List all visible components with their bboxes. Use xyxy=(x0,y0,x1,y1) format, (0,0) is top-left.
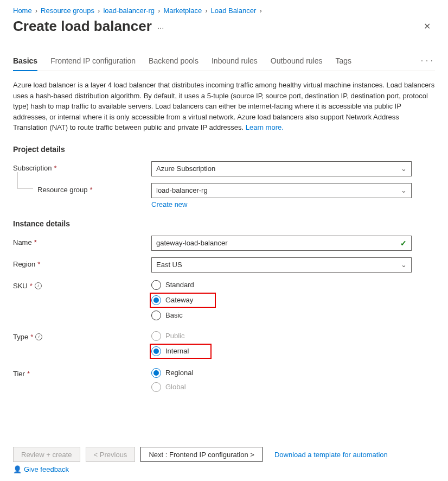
tier-label: Tier xyxy=(13,370,25,378)
person-feedback-icon: 👤 xyxy=(13,465,22,473)
description-text: Azure load balancer is a layer 4 load ba… xyxy=(13,80,435,133)
sku-label: SKU xyxy=(13,282,28,290)
tab-inbound-rules[interactable]: Inbound rules xyxy=(212,51,258,71)
tab-tags[interactable]: Tags xyxy=(336,51,352,71)
radio-icon xyxy=(151,311,161,320)
tabs-more-icon[interactable]: · · · xyxy=(419,56,435,66)
radio-icon xyxy=(151,331,161,341)
chevron-right-icon: › xyxy=(259,7,261,15)
radio-icon xyxy=(151,368,161,378)
feedback-label: Give feedback xyxy=(24,465,69,473)
breadcrumb-item-load-balancer[interactable]: Load Balancer xyxy=(211,7,257,15)
breadcrumb-item-load-balancer-rg[interactable]: load-balancer-rg xyxy=(103,7,155,15)
footer: Review + create < Previous Next : Fronte… xyxy=(13,439,435,481)
more-icon[interactable]: … xyxy=(157,22,164,30)
tier-row: Tier * Regional Global xyxy=(13,367,435,392)
close-button[interactable]: ✕ xyxy=(419,19,435,34)
required-icon: * xyxy=(30,282,33,290)
region-select[interactable]: East US ⌄ xyxy=(151,257,412,273)
name-value: gateway-load-balancer xyxy=(156,239,228,247)
project-details-heading: Project details xyxy=(13,145,435,154)
tier-option-global: Global xyxy=(151,382,435,392)
radio-icon xyxy=(151,346,161,356)
resource-group-row: Resource group * load-balancer-rg ⌄ Crea… xyxy=(13,183,435,208)
region-value: East US xyxy=(156,261,182,269)
chevron-right-icon: › xyxy=(35,7,37,15)
breadcrumb: Home › Resource groups › load-balancer-r… xyxy=(13,7,435,15)
chevron-right-icon: › xyxy=(158,7,160,15)
required-icon: * xyxy=(34,238,37,246)
name-row: Name * gateway-load-balancer ✓ xyxy=(13,236,435,251)
type-option-internal[interactable]: Internal xyxy=(151,346,189,356)
breadcrumb-item-home[interactable]: Home xyxy=(13,7,32,15)
radio-icon xyxy=(151,382,161,392)
radio-icon xyxy=(151,280,161,290)
required-icon: * xyxy=(37,260,40,268)
resource-group-value: load-balancer-rg xyxy=(156,186,208,194)
chevron-right-icon: › xyxy=(205,7,207,15)
chevron-down-icon: ⌄ xyxy=(401,164,407,173)
required-icon: * xyxy=(30,333,33,341)
sku-row: SKU * i Standard Gateway Basic xyxy=(13,279,435,320)
name-input[interactable]: gateway-load-balancer ✓ xyxy=(151,236,412,251)
check-icon: ✓ xyxy=(400,239,407,248)
chevron-down-icon: ⌄ xyxy=(401,261,407,269)
resource-group-select[interactable]: load-balancer-rg ⌄ xyxy=(151,183,412,198)
tab-backend-pools[interactable]: Backend pools xyxy=(149,51,199,71)
sku-option-standard[interactable]: Standard xyxy=(151,280,435,290)
sku-radio-group: Standard Gateway Basic xyxy=(151,279,435,320)
type-radio-group: Public Internal xyxy=(151,330,435,357)
required-icon: * xyxy=(27,370,30,378)
tab-outbound-rules[interactable]: Outbound rules xyxy=(271,51,323,71)
radio-label: Regional xyxy=(165,369,193,377)
learn-more-link[interactable]: Learn more. xyxy=(246,123,284,131)
region-label: Region xyxy=(13,260,35,268)
resource-group-label: Resource group xyxy=(37,186,88,194)
tab-basics[interactable]: Basics xyxy=(13,51,37,71)
tier-option-regional[interactable]: Regional xyxy=(151,368,435,378)
radio-label: Global xyxy=(165,383,186,391)
sku-option-gateway[interactable]: Gateway xyxy=(151,295,193,305)
radio-label: Public xyxy=(165,332,184,340)
info-icon[interactable]: i xyxy=(35,333,42,340)
sku-option-basic[interactable]: Basic xyxy=(151,311,435,320)
type-option-public: Public xyxy=(151,331,435,341)
required-icon: * xyxy=(54,164,57,172)
info-icon[interactable]: i xyxy=(35,282,42,289)
tabs: Basics Frontend IP configuration Backend… xyxy=(13,51,435,71)
tier-radio-group: Regional Global xyxy=(151,367,435,392)
tab-frontend-ip[interactable]: Frontend IP configuration xyxy=(50,51,136,71)
required-icon: * xyxy=(90,186,93,194)
breadcrumb-item-resource-groups[interactable]: Resource groups xyxy=(41,7,94,15)
radio-label: Internal xyxy=(165,347,189,355)
radio-label: Basic xyxy=(165,311,183,319)
radio-label: Gateway xyxy=(165,296,193,304)
type-row: Type * i Public Internal xyxy=(13,330,435,357)
title-row: Create load balancer … ✕ xyxy=(13,18,435,35)
create-new-link[interactable]: Create new xyxy=(151,200,435,208)
chevron-down-icon: ⌄ xyxy=(401,186,407,194)
review-create-button[interactable]: Review + create xyxy=(13,447,80,462)
chevron-right-icon: › xyxy=(98,7,100,15)
page-title: Create load balancer xyxy=(13,18,152,35)
next-button[interactable]: Next : Frontend IP configuration > xyxy=(140,447,263,462)
subscription-select[interactable]: Azure Subscription ⌄ xyxy=(151,161,412,176)
subscription-value: Azure Subscription xyxy=(156,164,215,173)
subscription-label: Subscription xyxy=(13,164,52,172)
type-label: Type xyxy=(13,333,28,341)
name-label: Name xyxy=(13,238,32,246)
download-template-link[interactable]: Download a template for automation xyxy=(274,451,388,459)
instance-details-heading: Instance details xyxy=(13,219,435,228)
region-row: Region * East US ⌄ xyxy=(13,257,435,273)
subscription-row: Subscription * Azure Subscription ⌄ xyxy=(13,161,435,176)
give-feedback-link[interactable]: 👤 Give feedback xyxy=(13,465,69,473)
previous-button[interactable]: < Previous xyxy=(86,447,136,462)
breadcrumb-item-marketplace[interactable]: Marketplace xyxy=(163,7,202,15)
radio-icon xyxy=(151,295,161,305)
radio-label: Standard xyxy=(165,281,194,289)
